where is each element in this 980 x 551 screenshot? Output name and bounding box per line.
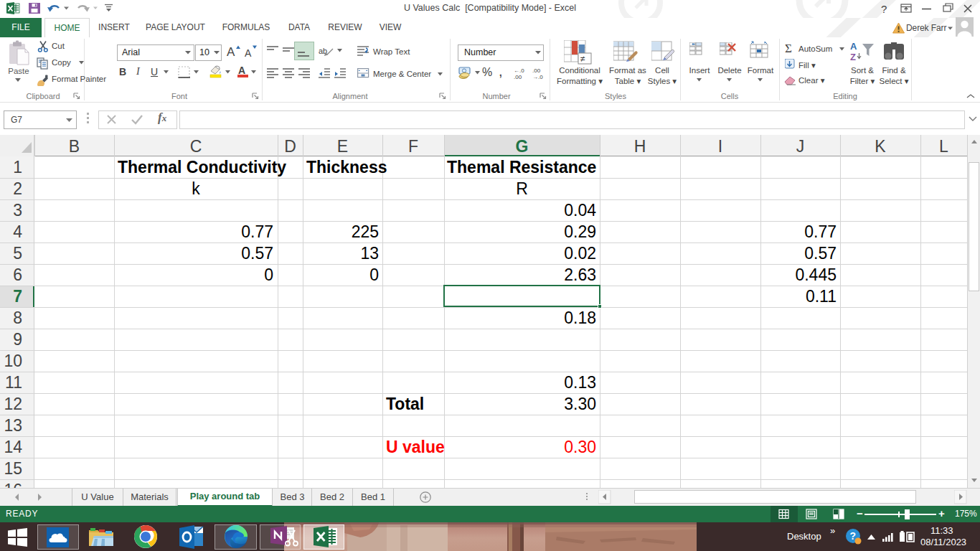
svg-text:Z: Z [850, 52, 856, 62]
svg-text:→.0: →.0 [532, 74, 543, 80]
svg-text:≠: ≠ [580, 54, 585, 64]
svg-text:←.0: ←.0 [514, 67, 524, 74]
svg-text:.00: .00 [532, 67, 541, 74]
svg-text:A: A [850, 41, 857, 52]
svg-text:?: ? [881, 3, 887, 15]
svg-text:.00: .00 [514, 74, 522, 80]
